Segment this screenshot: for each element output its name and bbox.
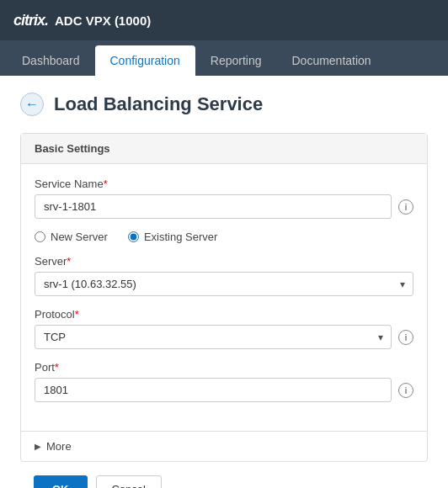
tab-reporting[interactable]: Reporting xyxy=(195,45,277,76)
service-name-group: Service Name* i xyxy=(35,178,413,219)
port-group: Port* i xyxy=(35,361,413,402)
tab-documentation[interactable]: Documentation xyxy=(276,45,386,76)
server-required-star: * xyxy=(67,255,71,268)
form-card: Basic Settings Service Name* i New Serve… xyxy=(20,133,428,462)
server-select-wrapper: srv-1 (10.63.32.55) xyxy=(35,272,413,296)
port-label: Port* xyxy=(35,361,413,374)
more-label: More xyxy=(46,440,72,453)
protocol-info-icon[interactable]: i xyxy=(398,330,413,345)
new-server-radio-label[interactable]: New Server xyxy=(35,231,108,243)
server-label: Server* xyxy=(35,255,413,268)
port-required-star: * xyxy=(55,361,59,374)
citrix-logo: citrix. xyxy=(13,12,48,29)
server-type-radio-group: New Server Existing Server xyxy=(35,231,413,243)
page-content: ← Load Balancing Service Basic Settings … xyxy=(0,76,448,488)
page-header: ← Load Balancing Service xyxy=(20,93,428,116)
port-input-row: i xyxy=(35,378,413,402)
existing-server-radio[interactable] xyxy=(128,231,139,242)
port-info-icon[interactable]: i xyxy=(398,383,413,398)
protocol-select-wrapper: TCP HTTP HTTPS UDP FTP xyxy=(35,325,392,349)
existing-server-label: Existing Server xyxy=(144,231,217,243)
form-footer: OK Cancel xyxy=(20,462,428,488)
more-section[interactable]: ▶ More xyxy=(21,431,427,461)
page-title: Load Balancing Service xyxy=(54,93,263,115)
service-name-input[interactable] xyxy=(35,194,392,219)
form-card-header: Basic Settings xyxy=(21,134,427,164)
cancel-button[interactable]: Cancel xyxy=(96,475,162,488)
existing-server-radio-label[interactable]: Existing Server xyxy=(128,231,217,243)
server-group: Server* srv-1 (10.63.32.55) xyxy=(35,255,413,296)
new-server-label: New Server xyxy=(51,231,108,243)
service-name-label: Service Name* xyxy=(35,178,413,190)
basic-settings-label: Basic Settings xyxy=(35,142,110,155)
server-select[interactable]: srv-1 (10.63.32.55) xyxy=(35,272,413,296)
protocol-group: Protocol* TCP HTTP HTTPS UDP FTP i xyxy=(35,308,413,349)
service-name-input-row: i xyxy=(35,194,413,219)
more-arrow-icon: ▶ xyxy=(35,442,41,451)
back-button[interactable]: ← xyxy=(20,93,44,116)
app-title: ADC VPX (1000) xyxy=(55,13,151,28)
protocol-required-star: * xyxy=(75,308,79,321)
nav-tabs: Dashboard Configuration Reporting Docume… xyxy=(0,40,448,76)
tab-dashboard[interactable]: Dashboard xyxy=(7,45,95,76)
protocol-label: Protocol* xyxy=(35,308,413,321)
new-server-radio[interactable] xyxy=(35,231,45,242)
service-name-info-icon[interactable]: i xyxy=(398,199,413,215)
top-bar: citrix. ADC VPX (1000) xyxy=(0,0,448,40)
tab-configuration[interactable]: Configuration xyxy=(95,45,195,76)
protocol-select[interactable]: TCP HTTP HTTPS UDP FTP xyxy=(35,325,392,349)
protocol-select-row: TCP HTTP HTTPS UDP FTP i xyxy=(35,325,413,349)
ok-button[interactable]: OK xyxy=(34,475,88,488)
port-input[interactable] xyxy=(35,378,392,402)
required-star: * xyxy=(104,178,108,190)
form-card-body: Service Name* i New Server Existing Serv… xyxy=(21,164,427,431)
